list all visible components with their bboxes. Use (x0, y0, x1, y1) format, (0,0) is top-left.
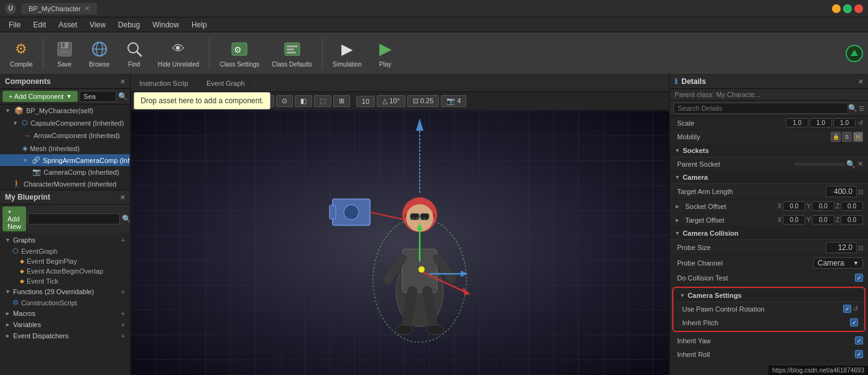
camera-speed[interactable]: 📷 4 (441, 95, 466, 107)
parent-socket-value[interactable] (795, 163, 844, 165)
target-offset-expand[interactable]: ► (675, 217, 680, 223)
macros-add-btn[interactable]: + (121, 310, 125, 317)
probe-channel-dropdown[interactable]: Camera ▼ (813, 257, 863, 269)
probe-size-value[interactable]: 12.0 (826, 242, 857, 253)
dispatchers-add-btn[interactable]: + (121, 332, 125, 340)
use-pawn-reset-icon[interactable]: ↺ (853, 305, 858, 312)
details-search-input[interactable] (673, 103, 848, 114)
mobility-static[interactable]: 🔒 (831, 132, 841, 142)
tree-item-camera-comp[interactable]: 📷 CameraComp (Inherited) (0, 166, 130, 178)
tab-event-graph[interactable]: Event Graph (198, 77, 254, 90)
menu-help[interactable]: Help (185, 19, 213, 30)
details-search-icon[interactable]: 🔍 (848, 104, 857, 113)
target-y-value[interactable]: 0.0 (812, 215, 834, 225)
scale-x-value[interactable]: 1.0 (786, 118, 808, 127)
angle-value[interactable]: △ 10° (377, 95, 405, 107)
target-arm-value[interactable]: 400.0 (826, 186, 857, 197)
minimize-button[interactable] (832, 4, 841, 13)
use-pawn-checkbox[interactable]: ✓ (843, 305, 851, 313)
bp-search-icon[interactable]: 🔍 (122, 215, 131, 223)
bp-section-variables[interactable]: ► Variables + (0, 319, 130, 330)
target-z-value[interactable]: 0.0 (841, 215, 863, 225)
tree-item-arrow[interactable]: → ArrowComponent (Inherited) (0, 129, 130, 142)
functions-add-btn[interactable]: + (121, 288, 125, 295)
tree-item-bp-self[interactable]: ▼ 📦 BP_MyCharacter(self) (0, 104, 130, 117)
parent-socket-search-icon[interactable]: 🔍 (846, 160, 856, 169)
target-offset-row: ► Target Offset X 0.0 Y 0.0 Z 0.0 (670, 213, 868, 227)
camera-section-header[interactable]: ▼ Camera (670, 171, 868, 184)
close-button[interactable] (854, 4, 863, 13)
mobility-stationary[interactable]: S (842, 132, 852, 142)
hide-unrelated-button[interactable]: 👁 Hide Unrelated (153, 37, 205, 70)
add-new-button[interactable]: + Add New (2, 206, 26, 231)
construction-script[interactable]: ⚙ ConstructionScript (0, 297, 130, 308)
socket-x-value[interactable]: 0.0 (783, 201, 805, 211)
bp-section-macros[interactable]: ► Macros + (0, 308, 130, 319)
socket-offset-expand[interactable]: ► (675, 203, 680, 210)
inherit-pitch-checkbox[interactable]: ✓ (850, 318, 858, 326)
menu-window[interactable]: Window (146, 19, 185, 30)
tree-item-char-movement[interactable]: 🚶 CharacterMovement (Inherited (0, 178, 130, 190)
save-button[interactable]: Save (48, 37, 81, 70)
panel-close-icon[interactable]: ✕ (120, 78, 125, 85)
tree-item-spring-arm[interactable]: ▼ 🔗 SpringArmCameraComp (Inh (0, 154, 130, 166)
event-actoroverlap[interactable]: ◆ Event ActorBeginOverlap (20, 266, 130, 276)
sockets-section-header[interactable]: ▼ Sockets (670, 144, 868, 157)
character-container (320, 112, 519, 350)
scale-y-value[interactable]: 1.0 (810, 118, 832, 127)
bp-search-input[interactable] (28, 213, 120, 225)
viewport-icon-3[interactable]: ◧ (295, 95, 312, 107)
viewport-icon-5[interactable]: ⊞ (333, 95, 350, 107)
document-tab[interactable]: BP_MyCharacter ✕ (21, 3, 97, 14)
menu-debug[interactable]: Debug (112, 19, 146, 30)
variables-add-btn[interactable]: + (121, 321, 125, 328)
scale-z-value[interactable]: 1.0 (833, 118, 856, 127)
mobility-movable[interactable]: M (853, 132, 863, 142)
tree-item-capsule[interactable]: ▼ ⬡ CapsuleComponent (Inherited) (0, 117, 130, 129)
find-button[interactable]: Find (118, 37, 150, 70)
tree-item-mesh[interactable]: ◈ Mesh (Inherited) (0, 142, 130, 154)
viewport-icon-4[interactable]: ⬚ (314, 95, 331, 107)
menu-file[interactable]: File (2, 19, 27, 30)
maximize-button[interactable] (843, 4, 852, 13)
do-collision-test-checkbox[interactable]: ✓ (855, 274, 863, 282)
parent-socket-clear-icon[interactable]: ✕ (857, 160, 863, 168)
menu-view[interactable]: View (83, 19, 112, 30)
components-search-icon[interactable]: 🔍 (118, 92, 127, 101)
blueprint-close-icon[interactable]: ✕ (120, 194, 125, 201)
class-defaults-button[interactable]: Class Defaults (267, 37, 316, 70)
tab-instruction-script[interactable]: Instruction Scrip (131, 77, 198, 90)
snap-value[interactable]: 10 (356, 96, 375, 107)
class-settings-button[interactable]: ⚙ Class Settings (215, 37, 264, 70)
bp-section-dispatchers[interactable]: ► Event Dispatchers + (0, 330, 130, 341)
my-blueprint-panel: My Blueprint ✕ + Add New 🔍 👁 ▼ Graphs + … (0, 190, 130, 343)
components-search-input[interactable] (80, 91, 116, 102)
details-list-icon[interactable]: ☰ (859, 105, 864, 112)
simulation-button[interactable]: ▶ Simulation (328, 37, 367, 70)
close-tab-icon[interactable]: ✕ (85, 5, 90, 12)
scale-reset-icon[interactable]: ↺ (858, 119, 863, 126)
menu-asset[interactable]: Asset (52, 19, 83, 30)
browse-button[interactable]: Browse (83, 37, 116, 70)
compile-button[interactable]: ⚙ Compile (5, 37, 38, 70)
event-tick[interactable]: ◆ Event Tick (20, 276, 130, 286)
event-beginplay[interactable]: ◆ Event BeginPlay (20, 256, 130, 266)
toolbar-extra-icon[interactable] (846, 45, 863, 62)
target-x-value[interactable]: 0.0 (783, 215, 805, 225)
scale-value[interactable]: ⊡ 0.25 (407, 95, 439, 107)
camera-collision-section-header[interactable]: ▼ Camera Collision (670, 227, 868, 240)
menu-edit[interactable]: Edit (27, 19, 52, 30)
inherit-yaw-checkbox[interactable]: ✓ (855, 336, 863, 345)
socket-z-value[interactable]: 0.0 (841, 201, 863, 211)
bp-section-graphs[interactable]: ▼ Graphs + (0, 234, 130, 246)
add-component-button[interactable]: + Add Component ▼ (2, 91, 78, 102)
camera-settings-section-header[interactable]: ▼ Camera Settings (675, 289, 863, 302)
inherit-roll-checkbox[interactable]: ✓ (855, 350, 863, 358)
graphs-add-btn[interactable]: + (121, 236, 125, 244)
details-close-icon[interactable]: ✕ (858, 78, 863, 85)
bp-item-eventgraph[interactable]: ⬡ EventGraph (0, 246, 130, 256)
play-button[interactable]: ▶ Play (369, 37, 402, 70)
socket-y-value[interactable]: 0.0 (812, 201, 834, 211)
viewport-icon-2[interactable]: ⊙ (276, 95, 293, 107)
bp-section-functions[interactable]: ▼ Functions (29 Overridable) + (0, 286, 130, 297)
